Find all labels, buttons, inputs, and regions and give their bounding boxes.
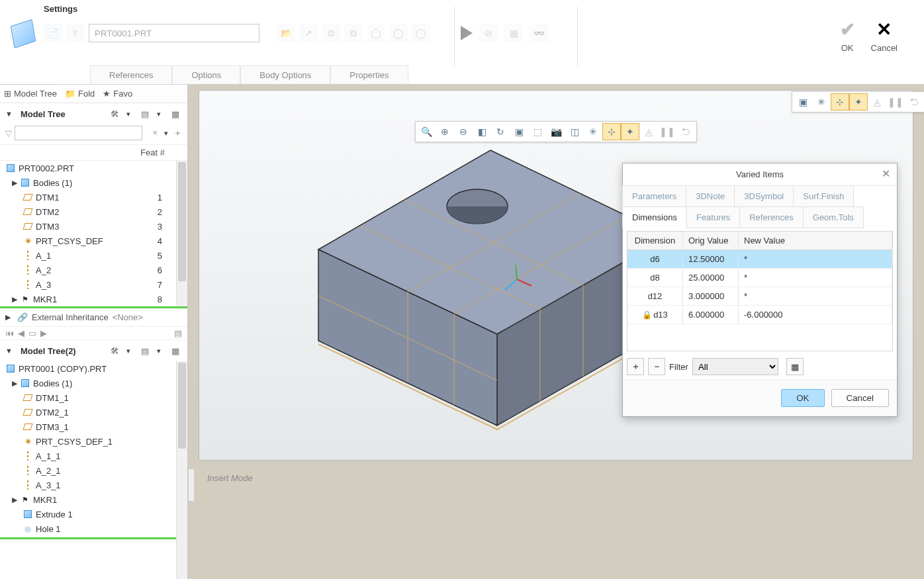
saved-views-icon[interactable]: ⬚ [528, 123, 547, 140]
nav-favorites[interactable]: ★Favo [99, 85, 136, 103]
csys-icon[interactable]: ✳ [584, 123, 602, 140]
tree-item[interactable]: A_37 [0, 277, 187, 292]
resume-icon[interactable]: ⮌ [905, 93, 923, 111]
tab-references2[interactable]: References [739, 206, 803, 228]
tree-item[interactable]: Extrude 1 [0, 507, 187, 521]
ext-inheritance[interactable]: External Inheritance [32, 312, 109, 322]
graphics-area[interactable]: 🔍 ⊕ ⊖ ◧ ↻ ▣ ⬚ 📷 ◫ ✳ ⊹ ✦ ◬ ❚❚ ⮌ [188, 85, 924, 579]
tree1-root[interactable]: PRT0002.PRT [19, 163, 74, 173]
tree-item[interactable]: ▶⚑MKR18 [0, 292, 187, 306]
tree-item[interactable]: A_26 [0, 263, 187, 277]
zoom-fit-icon[interactable]: 🔍 [417, 123, 436, 140]
tree-item[interactable]: A_15 [0, 248, 187, 263]
columns-icon[interactable]: ▤ [138, 107, 152, 120]
resume-icon[interactable]: ⮌ [676, 123, 695, 140]
tree2-bodies[interactable]: Bodies (1) [33, 379, 72, 388]
col-orig[interactable]: Orig Value [683, 232, 739, 249]
col-dimension[interactable]: Dimension [627, 232, 683, 249]
tree-item[interactable]: A_3_1 [0, 478, 187, 492]
table-row[interactable]: d612.50000* [627, 250, 892, 269]
axis-display-icon[interactable]: ✦ [621, 123, 639, 140]
dialog-cancel-button[interactable]: Cancel [831, 389, 890, 407]
tab-3dsymbol[interactable]: 3DSymbol [734, 185, 794, 207]
display-style-icon[interactable]: ▣ [510, 123, 528, 140]
close-icon[interactable]: ✕ [882, 167, 890, 180]
tab-surffinish[interactable]: Surf.Finish [793, 185, 854, 207]
table-row[interactable]: d123.000000* [627, 287, 892, 306]
expand-icon[interactable]: ▶ [12, 179, 17, 187]
snapshot-icon[interactable]: 📷 [547, 123, 565, 140]
tree-item[interactable]: DTM1_1 [0, 390, 187, 405]
tree-item[interactable]: ✳PRT_CSYS_DEF4 [0, 234, 187, 248]
col-new[interactable]: New Value [739, 232, 892, 249]
pause-icon[interactable]: ❚❚ [886, 93, 905, 111]
tab-geomtols[interactable]: Geom.Tols [803, 206, 864, 228]
settings-icon[interactable]: ▦ [169, 344, 182, 357]
cancel-button[interactable]: ✕ Cancel [871, 19, 898, 53]
tree-filter-input[interactable] [15, 126, 142, 140]
datum-display-icon[interactable]: ⊹ [602, 123, 621, 140]
nav-model-tree[interactable]: ⊞Model Tree [0, 85, 61, 103]
tree-item[interactable]: A_2_1 [0, 463, 187, 478]
expand-icon[interactable]: ▶ [5, 313, 11, 322]
datum-display-icon[interactable]: ⊹ [831, 93, 849, 111]
refit-icon[interactable]: ◧ [473, 123, 491, 140]
config-icon[interactable]: ▤ [174, 328, 182, 338]
feature-type-icon[interactable] [8, 19, 38, 49]
tab-3dnote[interactable]: 3DNote [686, 185, 735, 207]
first-icon[interactable]: ⏮ [5, 328, 14, 338]
tab-body-options[interactable]: Body Options [240, 66, 330, 84]
page-icon[interactable]: ▭ [28, 328, 36, 338]
filename-input[interactable] [89, 24, 259, 42]
scrollbar[interactable] [176, 361, 187, 579]
dialog-ok-button[interactable]: OK [781, 389, 824, 407]
table-row[interactable]: 🔒d136.000000-6.000000 [627, 306, 892, 324]
scrollbar[interactable] [176, 161, 187, 306]
columns-icon[interactable]: ▤ [138, 344, 152, 357]
tree-item[interactable]: ✳PRT_CSYS_DEF_1 [0, 434, 187, 449]
collapse-handle[interactable] [188, 468, 195, 502]
zoom-out-icon[interactable]: ⊖ [454, 123, 473, 140]
play-icon[interactable] [461, 26, 473, 40]
tree-item[interactable]: DTM2_1 [0, 405, 187, 420]
add-icon[interactable]: ＋ [173, 127, 182, 139]
tab-parameters[interactable]: Parameters [622, 185, 686, 207]
tab-dimensions[interactable]: Dimensions [622, 206, 687, 228]
annotations-icon[interactable]: ◬ [639, 123, 658, 140]
spin-icon[interactable]: ↻ [491, 123, 510, 140]
clear-icon[interactable]: × [152, 128, 158, 138]
box-icon[interactable]: ▣ [794, 93, 812, 111]
tab-properties[interactable]: Properties [330, 66, 408, 84]
tab-features[interactable]: Features [686, 206, 740, 228]
annotations-icon[interactable]: ◬ [868, 93, 886, 111]
tree-item[interactable]: ▶⚑MKR1 [0, 492, 187, 507]
tree-item[interactable]: ◎Hole 1 [0, 521, 187, 536]
tree2-root[interactable]: PRT0001 (COPY).PRT [19, 364, 107, 374]
tab-references[interactable]: References [90, 66, 172, 84]
prev-icon[interactable]: ◀ [18, 328, 24, 338]
filter-icon[interactable]: ▽ [5, 128, 12, 138]
tree-item[interactable]: DTM11 [0, 190, 187, 204]
remove-row-button[interactable]: － [648, 358, 665, 375]
pause-icon[interactable]: ❚❚ [658, 123, 676, 140]
collapse-icon[interactable]: ▼ [5, 347, 13, 355]
tree-item[interactable]: A_1_1 [0, 449, 187, 463]
expand-icon[interactable]: ▶ [12, 379, 17, 388]
csys-icon[interactable]: ✳ [812, 93, 831, 111]
zoom-in-icon[interactable]: ⊕ [436, 123, 454, 140]
tools-icon[interactable]: 🛠 [108, 107, 121, 120]
tab-options[interactable]: Options [172, 66, 240, 84]
filter-select[interactable]: All [692, 358, 778, 375]
axis-display-icon[interactable]: ✦ [849, 93, 868, 111]
collapse-icon[interactable]: ▼ [5, 110, 13, 118]
perspective-icon[interactable]: ◫ [565, 123, 584, 140]
next-icon[interactable]: ▶ [40, 328, 47, 338]
nav-folder[interactable]: 📁Fold [61, 85, 99, 103]
settings-icon[interactable]: ▦ [169, 107, 182, 120]
columns-button[interactable]: ▦ [786, 358, 804, 375]
ok-button[interactable]: ✔ OK [840, 19, 855, 53]
tools-icon[interactable]: 🛠 [108, 344, 121, 357]
tree-item[interactable]: DTM3_1 [0, 420, 187, 434]
add-row-button[interactable]: ＋ [627, 358, 644, 375]
tree-item[interactable]: DTM22 [0, 204, 187, 219]
